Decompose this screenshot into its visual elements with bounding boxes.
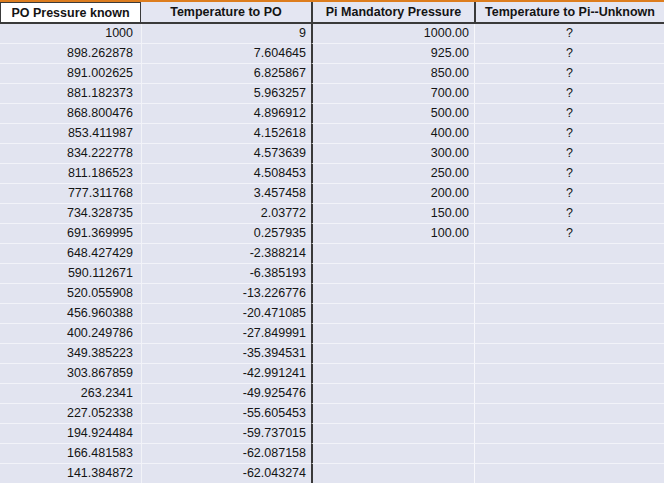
cell[interactable]: -42.991241	[141, 364, 311, 384]
cell[interactable]: 500.00	[311, 104, 474, 124]
cell[interactable]: 590.112671	[0, 264, 141, 284]
cell[interactable]	[474, 244, 664, 264]
column-header-pi-mandatory-pressure[interactable]: Pi Mandatory Pressure	[311, 2, 474, 22]
cell[interactable]: 194.924484	[0, 424, 141, 444]
cell[interactable]: 100.00	[311, 224, 474, 244]
cell[interactable]: 1000	[0, 24, 141, 44]
cell[interactable]: ?	[474, 24, 664, 44]
cell[interactable]: 881.182373	[0, 84, 141, 104]
cell[interactable]: 227.052338	[0, 404, 141, 424]
cell[interactable]: 456.960388	[0, 304, 141, 324]
cell[interactable]	[474, 324, 664, 344]
cell[interactable]	[311, 304, 474, 324]
cell[interactable]: -13.226776	[141, 284, 311, 304]
cell[interactable]: 4.152618	[141, 124, 311, 144]
cell[interactable]: 898.262878	[0, 44, 141, 64]
cell[interactable]: 263.2341	[0, 384, 141, 404]
cell[interactable]: -20.471085	[141, 304, 311, 324]
cell[interactable]	[311, 284, 474, 304]
cell[interactable]: 9	[141, 24, 311, 44]
cell[interactable]: 2.03772	[141, 204, 311, 224]
cell[interactable]: 141.384872	[0, 464, 141, 483]
cell[interactable]: 868.800476	[0, 104, 141, 124]
table-row: 734.3287352.03772150.00?	[0, 204, 664, 224]
table-row: 891.0026256.825867850.00?	[0, 64, 664, 84]
cell[interactable]: -62.087158	[141, 444, 311, 464]
cell[interactable]: 3.457458	[141, 184, 311, 204]
cell[interactable]	[474, 344, 664, 364]
cell[interactable]	[474, 464, 664, 483]
cell[interactable]: 6.825867	[141, 64, 311, 84]
cell[interactable]	[311, 364, 474, 384]
table-row: 520.055908-13.226776	[0, 284, 664, 304]
cell[interactable]: ?	[474, 184, 664, 204]
cell[interactable]: ?	[474, 44, 664, 64]
cell[interactable]: ?	[474, 224, 664, 244]
cell[interactable]: 4.573639	[141, 144, 311, 164]
cell[interactable]: 4.508453	[141, 164, 311, 184]
cell[interactable]: 349.385223	[0, 344, 141, 364]
cell[interactable]: 4.896912	[141, 104, 311, 124]
cell[interactable]: 300.00	[311, 144, 474, 164]
cell[interactable]	[474, 304, 664, 324]
cell[interactable]: 5.963257	[141, 84, 311, 104]
column-header-temperature-to-pi-unknown[interactable]: Temperature to Pi--Unknown	[474, 2, 664, 22]
cell[interactable]	[474, 284, 664, 304]
cell[interactable]	[474, 384, 664, 404]
cell[interactable]: -6.385193	[141, 264, 311, 284]
cell[interactable]: 925.00	[311, 44, 474, 64]
cell[interactable]: 400.00	[311, 124, 474, 144]
cell[interactable]	[311, 444, 474, 464]
cell[interactable]	[311, 324, 474, 344]
cell[interactable]: ?	[474, 104, 664, 124]
cell[interactable]	[311, 244, 474, 264]
cell[interactable]: ?	[474, 124, 664, 144]
cell[interactable]: 0.257935	[141, 224, 311, 244]
column-header-po-pressure-known[interactable]: PO Pressure known	[0, 2, 141, 22]
table-row: 349.385223-35.394531	[0, 344, 664, 364]
cell[interactable]: 400.249786	[0, 324, 141, 344]
cell[interactable]: -62.043274	[141, 464, 311, 483]
cell[interactable]: ?	[474, 144, 664, 164]
cell[interactable]: 150.00	[311, 204, 474, 224]
cell[interactable]	[311, 264, 474, 284]
cell[interactable]: 250.00	[311, 164, 474, 184]
cell[interactable]: 850.00	[311, 64, 474, 84]
cell[interactable]: 520.055908	[0, 284, 141, 304]
cell[interactable]: 891.002625	[0, 64, 141, 84]
cell[interactable]: ?	[474, 64, 664, 84]
cell[interactable]: -55.605453	[141, 404, 311, 424]
cell[interactable]: -59.737015	[141, 424, 311, 444]
cell[interactable]: 811.186523	[0, 164, 141, 184]
cell[interactable]: 853.411987	[0, 124, 141, 144]
column-header-temperature-to-po[interactable]: Temperature to PO	[141, 2, 311, 22]
cell[interactable]: -27.849991	[141, 324, 311, 344]
cell[interactable]: 1000.00	[311, 24, 474, 44]
cell[interactable]: 166.481583	[0, 444, 141, 464]
cell[interactable]: 834.222778	[0, 144, 141, 164]
cell[interactable]: 303.867859	[0, 364, 141, 384]
cell[interactable]	[474, 264, 664, 284]
cell[interactable]: -35.394531	[141, 344, 311, 364]
cell[interactable]: 648.427429	[0, 244, 141, 264]
cell[interactable]	[474, 404, 664, 424]
cell[interactable]: 777.311768	[0, 184, 141, 204]
cell[interactable]: 7.604645	[141, 44, 311, 64]
cell[interactable]	[311, 424, 474, 444]
cell[interactable]	[311, 404, 474, 424]
cell[interactable]: 700.00	[311, 84, 474, 104]
cell[interactable]: 734.328735	[0, 204, 141, 224]
cell[interactable]	[474, 424, 664, 444]
cell[interactable]	[474, 364, 664, 384]
cell[interactable]: -2.388214	[141, 244, 311, 264]
cell[interactable]	[311, 384, 474, 404]
cell[interactable]: ?	[474, 204, 664, 224]
cell[interactable]: -49.925476	[141, 384, 311, 404]
cell[interactable]: 691.369995	[0, 224, 141, 244]
cell[interactable]: ?	[474, 84, 664, 104]
cell[interactable]	[474, 444, 664, 464]
cell[interactable]	[311, 464, 474, 483]
cell[interactable]: 200.00	[311, 184, 474, 204]
cell[interactable]: ?	[474, 164, 664, 184]
cell[interactable]	[311, 344, 474, 364]
